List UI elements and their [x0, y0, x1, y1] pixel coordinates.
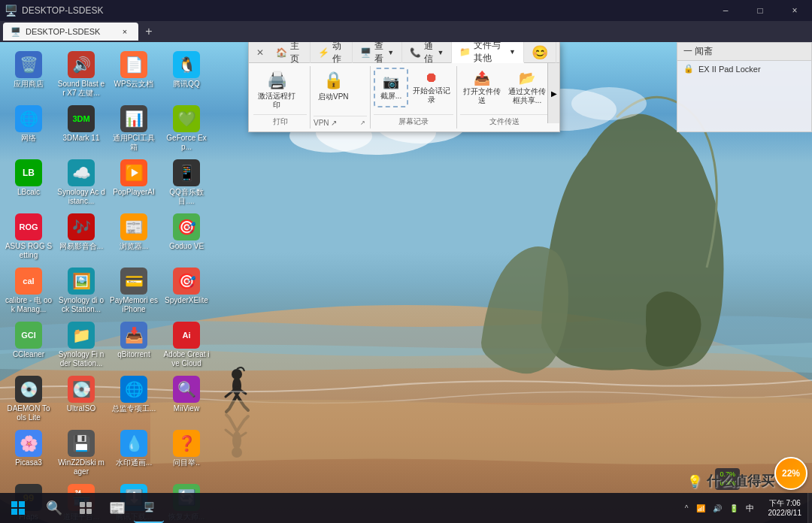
desktop-icons: 🗑️ 应用商店 🔊 Sound Blast er X7 左键... 📄 WPS云… — [3, 48, 212, 523]
desktop-icon-paymemory[interactable]: 💳 PayMemori es iPhone — [108, 265, 159, 317]
print-group-label: 打印 — [253, 114, 307, 128]
desktop-icon-daemon[interactable]: 💿 DAEMON To ols Lite — [3, 373, 54, 425]
desktop-icon-spyderx[interactable]: 🎯 SpyderXElite — [161, 265, 212, 317]
desktop-icon-synology[interactable]: ☁️ Synology Ac distanc... — [56, 156, 107, 209]
taskbar-widgets[interactable]: 📰 — [102, 493, 132, 523]
desktop-icon-recycle[interactable]: 🗑️ 应用商店 — [3, 48, 54, 101]
minimize-button[interactable]: – — [708, 0, 743, 21]
desktop-icon-winzdisk[interactable]: 💾 WinZ2Diski mager — [56, 427, 107, 479]
desktop-icon-ultraiso[interactable]: 💽 UltraISO — [56, 373, 107, 425]
start-session-record-button[interactable]: ⏺ 开始会话记录 — [410, 68, 453, 107]
show-desktop-button[interactable] — [807, 493, 812, 523]
systray-network[interactable]: 📶 — [694, 503, 707, 514]
taskbar-task-view[interactable] — [71, 493, 101, 523]
action-icon: ⚡ — [318, 47, 329, 58]
watermark-badge: 22% — [774, 457, 807, 490]
new-tab-button[interactable]: + — [138, 23, 159, 41]
taskbar-systray: ^ 📶 🔊 🔋 中 — [677, 501, 762, 515]
ribbon-group-screen: 📷 截屏... ⏺ 开始会话记录 屏幕记录 — [371, 66, 457, 128]
remote-print-button[interactable]: 🖨️ 激活远程打印 — [253, 68, 300, 113]
emoji-icon: 😊 — [532, 44, 548, 61]
ribbon-tab-home[interactable]: 🏠 主页 — [268, 42, 311, 63]
systray-arrow[interactable]: ^ — [683, 503, 691, 514]
svg-rect-19 — [86, 509, 92, 514]
view-icon: 🖥️ — [360, 47, 371, 58]
vpn-expand-icon[interactable]: ↗ — [358, 118, 367, 127]
desktop-icon-miniview[interactable]: 🔍 MiiView — [161, 373, 212, 425]
ribbon-tab-close[interactable]: ✕ — [252, 42, 268, 63]
watermark-site: 💡 什么值得买 — [687, 472, 774, 490]
desktop-icon-qqmusic-int[interactable]: 📱 QQ音乐数目.... — [161, 156, 212, 209]
ribbon-tab-view[interactable]: 🖥️ 查看 ▼ — [353, 42, 402, 63]
filetransfer-buttons: 📤 打开文件传送 📂 通过文件传框共享... — [460, 66, 549, 114]
desktop-icon-qbittorrent[interactable]: 📥 qBitorrent — [108, 319, 159, 371]
svg-rect-18 — [80, 509, 85, 514]
desktop-icon-3dmark[interactable]: 3DM 3DMark 11 — [56, 102, 107, 155]
files-icon: 📁 — [459, 47, 471, 57]
capture-screen-button[interactable]: 📷 截屏... — [374, 68, 408, 107]
start-button[interactable] — [0, 493, 36, 523]
browser-tab-active[interactable]: 🖥️ DESKTOP-LSDESK × — [3, 23, 138, 41]
ribbon-toolbar: ✕ 🏠 主页 ⚡ 动作 🖥️ 查看 ▼ 📞 通信 ▼ 📁 文 — [248, 42, 560, 132]
svg-rect-16 — [80, 502, 85, 507]
desktop-icon-qq[interactable]: 🐧 腾讯QQ — [161, 48, 212, 101]
desktop-icon-wpsdoc[interactable]: 📄 WPS云文档 — [108, 48, 159, 101]
desktop-icon-ccleaner[interactable]: GCl CCleaner — [3, 319, 54, 371]
svg-rect-13 — [19, 501, 25, 507]
svg-rect-15 — [19, 509, 25, 515]
taskbar-search-icon[interactable]: 🔍 — [39, 493, 69, 523]
close-button[interactable]: × — [777, 0, 812, 21]
desktop-icon-adobe-cc[interactable]: Ai Adobe Creat ive Cloud — [161, 319, 212, 371]
desktop-icon-libreoffice[interactable]: LB LBcalc — [3, 156, 54, 209]
desktop-icon-browser[interactable]: 📰 浏览器... — [108, 210, 159, 263]
desktop-icon-gpuz[interactable]: 📊 通用PCI工具箱 — [108, 102, 159, 155]
share-file-button[interactable]: 📂 通过文件传框共享... — [505, 68, 549, 107]
ribbon-group-filetransfer: 📤 打开文件传送 📂 通过文件传框共享... 文件传送 — [457, 66, 552, 128]
lock-icon: 🔒 — [683, 64, 694, 74]
taskbar-quick-icons: 🔍 📰 🖥️ — [36, 493, 677, 523]
ribbon-tab-emoji[interactable]: 😊 — [524, 42, 556, 63]
systray-battery[interactable]: 🔋 — [727, 503, 741, 514]
desktop-icon-asus[interactable]: ROG ASUS ROG S etting — [3, 210, 54, 263]
right-panel: 一 闻斋 🔒 EX II Pad Locker — [677, 42, 812, 132]
systray-volume[interactable]: 🔊 — [710, 503, 724, 514]
clock-date: 2022/8/11 — [768, 508, 802, 518]
screen-group-label: 屏幕记录 — [374, 114, 453, 128]
svg-point-9 — [232, 369, 242, 379]
desktop-icon-network[interactable]: 🌐 网络 — [3, 102, 54, 155]
upload-icon: 📤 — [474, 70, 490, 86]
desktop-icon-geforce[interactable]: 💚 GeForce Exp... — [161, 102, 212, 155]
record-icon: ⏺ — [425, 70, 438, 86]
ribbon-tab-row: ✕ 🏠 主页 ⚡ 动作 🖥️ 查看 ▼ 📞 通信 ▼ 📁 文 — [249, 42, 559, 63]
tab-title: DESKTOP-LSDESK — [26, 27, 100, 36]
panel-item-expadlocker[interactable]: 🔒 EX II Pad Locker — [677, 61, 811, 77]
maximize-button[interactable]: □ — [743, 0, 777, 21]
vpn-buttons: 🔒 启动VPN — [314, 66, 367, 116]
start-vpn-button[interactable]: 🔒 启动VPN — [314, 68, 353, 105]
desktop-icon-synology-photo[interactable]: 🖼️ Synology di ock Station... — [56, 265, 107, 317]
systray-ime[interactable]: 中 — [744, 501, 756, 515]
ribbon-tab-action[interactable]: ⚡ 动作 — [311, 42, 353, 63]
desktop-icon-watermark[interactable]: 💧 水印通画... — [108, 427, 159, 479]
ribbon-tab-comm[interactable]: 📞 通信 ▼ — [402, 42, 452, 63]
taskbar-active-app[interactable]: 🖥️ — [134, 493, 164, 523]
tab-close-button[interactable]: × — [119, 26, 131, 38]
desktop-icon-soundblast[interactable]: 🔊 Sound Blast er X7 左键... — [56, 48, 107, 101]
ribbon-tab-files[interactable]: 📁 文件与其他 ▼ — [452, 42, 524, 63]
ribbon-scroll-right[interactable]: ▶ — [547, 63, 559, 123]
screen-buttons: 📷 截屏... ⏺ 开始会话记录 — [374, 66, 453, 114]
desktop-icon-synology-finder[interactable]: 📁 Synology Fi nder Station... — [56, 319, 107, 371]
taskbar-clock[interactable]: 下午 7:06 2022/8/11 — [762, 498, 808, 518]
vpn-group-label: VPN ↗ ↗ — [314, 116, 367, 128]
desktop-icon-netease[interactable]: 🎶 网易影音合... — [56, 210, 107, 263]
comm-icon: 📞 — [410, 47, 421, 58]
desktop-icon-calibre[interactable]: cal calibre - 电 ook Manag... — [3, 265, 54, 317]
desktop-icon-popplayer[interactable]: ▶️ PopPlayerAI — [108, 156, 159, 209]
desktop-icon-picasa[interactable]: 🌸 Picasa3 — [3, 427, 54, 479]
desktop-icon-goduo[interactable]: 🎯 Goduo VE — [161, 210, 212, 263]
watermark-percent-badge: 22% — [774, 457, 807, 490]
desktop-icon-ie[interactable]: 🌐 总监专项工... — [108, 373, 159, 425]
open-file-transfer-button[interactable]: 📤 打开文件传送 — [460, 68, 504, 107]
ribbon-group-vpn: 🔒 启动VPN VPN ↗ ↗ — [311, 66, 371, 128]
desktop-icon-question[interactable]: ❓ 问目举.. — [161, 427, 212, 479]
